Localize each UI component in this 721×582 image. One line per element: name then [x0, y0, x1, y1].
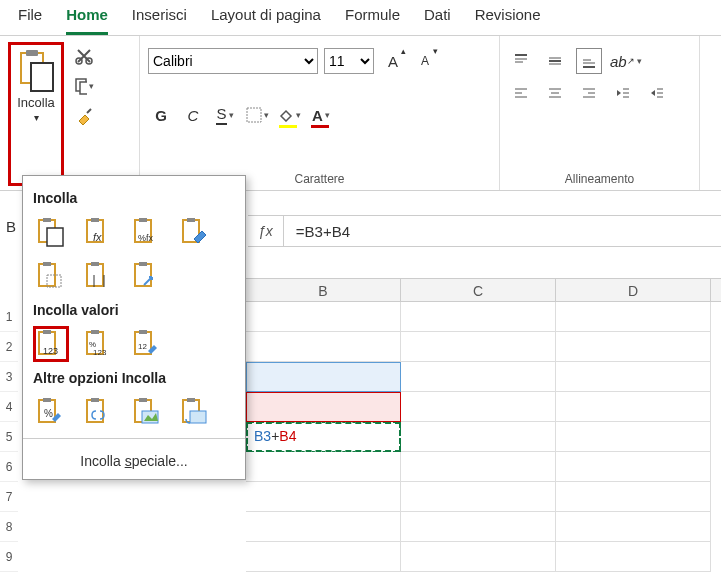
align-center-button[interactable]	[542, 80, 568, 106]
copy-button[interactable]: ▾	[74, 76, 94, 96]
cell[interactable]	[556, 392, 711, 422]
cell[interactable]	[401, 482, 556, 512]
row-header[interactable]: 1	[0, 302, 18, 332]
font-color-button[interactable]: A▾	[308, 102, 334, 128]
row-header[interactable]: 9	[0, 542, 18, 572]
cell[interactable]	[401, 452, 556, 482]
italic-button[interactable]: C	[180, 102, 206, 128]
paste-values-formatting-option[interactable]: 12	[129, 326, 165, 362]
font-name-select[interactable]: Calibri	[148, 48, 318, 74]
column-header-b[interactable]: B	[246, 279, 401, 301]
chevron-down-icon: ▾	[89, 81, 94, 91]
cell[interactable]	[556, 512, 711, 542]
cell[interactable]	[401, 332, 556, 362]
cell[interactable]	[556, 452, 711, 482]
paste-transpose-option[interactable]	[129, 258, 165, 294]
alignment-group: ab↗▾ Allineamento	[500, 36, 700, 190]
cell[interactable]	[246, 302, 401, 332]
cell[interactable]	[246, 482, 401, 512]
cell[interactable]	[556, 362, 711, 392]
tab-home[interactable]: Home	[66, 6, 108, 35]
cell[interactable]	[556, 422, 711, 452]
orientation-button[interactable]: ab↗▾	[610, 48, 642, 74]
paste-keep-formatting-option[interactable]	[177, 214, 213, 250]
cell[interactable]	[556, 482, 711, 512]
underline-button[interactable]: S▾	[212, 102, 238, 128]
formula-input[interactable]: =B3+B4	[284, 223, 350, 240]
font-size-select[interactable]: 11	[324, 48, 374, 74]
paste-picture-option[interactable]	[129, 394, 165, 430]
borders-button[interactable]: ▾	[244, 102, 270, 128]
paste-link-option[interactable]	[81, 394, 117, 430]
format-painter-button[interactable]	[74, 106, 94, 126]
paste-values-option[interactable]: 123	[33, 326, 69, 362]
paste-label: Incolla	[17, 95, 55, 110]
clipboard-format-icon: %	[36, 397, 66, 427]
column-header-c[interactable]: C	[401, 279, 556, 301]
indent-icon	[649, 85, 665, 101]
svg-rect-47	[87, 264, 103, 286]
row-header[interactable]: 6	[0, 452, 18, 482]
cell[interactable]	[246, 512, 401, 542]
clipboard-icon	[36, 217, 66, 247]
paste-other-header: Altre opzioni Incolla	[33, 370, 235, 386]
cell[interactable]	[401, 392, 556, 422]
cell[interactable]	[556, 302, 711, 332]
increase-indent-button[interactable]	[644, 80, 670, 106]
align-bottom-button[interactable]	[576, 48, 602, 74]
cell[interactable]	[401, 422, 556, 452]
paste-no-borders-option[interactable]	[33, 258, 69, 294]
row-header[interactable]: 5	[0, 422, 18, 452]
row-header[interactable]: 4	[0, 392, 18, 422]
cell[interactable]	[401, 512, 556, 542]
paste-linked-picture-option[interactable]	[177, 394, 213, 430]
cell[interactable]	[401, 362, 556, 392]
align-left-button[interactable]	[508, 80, 534, 106]
cell-b5[interactable]: B3+B4	[246, 422, 401, 452]
tab-formulas[interactable]: Formule	[345, 6, 400, 35]
paste-formulas-option[interactable]: fx	[81, 214, 117, 250]
decrease-font-button[interactable]: A▾	[412, 48, 438, 74]
cell-b3[interactable]	[246, 362, 401, 392]
paste-special-option[interactable]: Incolla speciale...	[33, 445, 235, 473]
row-header[interactable]: 2	[0, 332, 18, 362]
increase-font-button[interactable]: A▴	[380, 48, 406, 74]
fill-color-button[interactable]: ▾	[276, 102, 302, 128]
row-header[interactable]: 3	[0, 362, 18, 392]
cell[interactable]	[401, 542, 556, 572]
clipboard-percent-123-icon: %123	[84, 329, 114, 359]
svg-rect-34	[43, 218, 51, 222]
svg-rect-54	[43, 330, 51, 334]
align-right-button[interactable]	[576, 80, 602, 106]
paste-button[interactable]: Incolla ▾	[8, 42, 64, 186]
column-header-d[interactable]: D	[556, 279, 711, 301]
cell-b4[interactable]	[246, 392, 401, 422]
paste-formulas-number-option[interactable]: %fx	[129, 214, 165, 250]
bold-button[interactable]: G	[148, 102, 174, 128]
cell[interactable]	[246, 542, 401, 572]
cell[interactable]	[556, 542, 711, 572]
cell[interactable]	[246, 332, 401, 362]
align-middle-button[interactable]	[542, 48, 568, 74]
decrease-indent-button[interactable]	[610, 80, 636, 106]
paste-values-number-option[interactable]: %123	[81, 326, 117, 362]
cut-button[interactable]	[74, 46, 94, 66]
tab-data[interactable]: Dati	[424, 6, 451, 35]
row-header[interactable]: 8	[0, 512, 18, 542]
fx-label[interactable]: ƒx	[248, 216, 284, 246]
name-box[interactable]: B	[6, 218, 16, 235]
cell[interactable]	[246, 452, 401, 482]
borders-icon	[246, 107, 262, 123]
paste-column-widths-option[interactable]	[81, 258, 117, 294]
tab-insert[interactable]: Inserisci	[132, 6, 187, 35]
clipboard-123-brush-icon: 12	[132, 329, 162, 359]
row-header[interactable]: 7	[0, 482, 18, 512]
cell[interactable]	[556, 332, 711, 362]
tab-page-layout[interactable]: Layout di pagina	[211, 6, 321, 35]
paste-formatting-option[interactable]: %	[33, 394, 69, 430]
tab-file[interactable]: File	[18, 6, 42, 35]
cell[interactable]	[401, 302, 556, 332]
align-top-button[interactable]	[508, 48, 534, 74]
paste-all-option[interactable]	[33, 214, 69, 250]
tab-review[interactable]: Revisione	[475, 6, 541, 35]
